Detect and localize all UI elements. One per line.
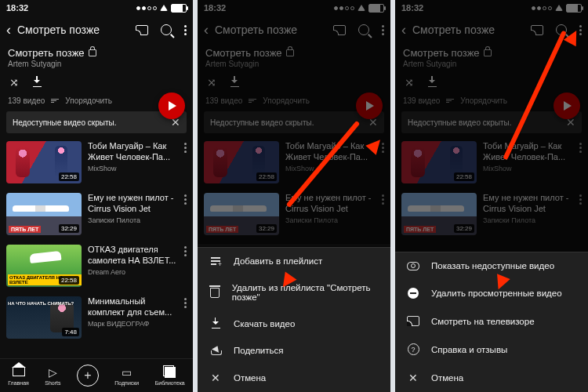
nav-home[interactable]: Главная [8,366,29,386]
sheet-add-to-playlist[interactable]: Добавить в плейлист [198,248,390,274]
screenshot-2: 18:32 ‹ Смотреть позже Смотреть позжеArt… [198,0,390,392]
thumbnail[interactable]: ОТКАЗ ДВИГАТЕЛЯ НА ВЗЛЕТЕ22:58 [6,245,82,287]
duration-badge: 32:29 [59,224,79,233]
sheet-remove-from-playlist[interactable]: Удалить из плейлиста "Смотреть позже" [198,274,390,310]
status-bar: 18:32 [0,0,193,16]
trash-icon [210,288,220,298]
nav-create[interactable]: + [77,365,99,387]
sheet-help-feedback[interactable]: ?Справка и отзывы [395,335,588,364]
bottom-nav: Главная ▷Shorts + ▭Подписки Библиотека [0,358,193,392]
screenshot-1: 18:32 ‹ Смотреть позже Смотреть позже Ar… [0,0,193,392]
sheet-delete-watched[interactable]: Удалить просмотренные видео [395,279,588,307]
lock-icon [89,49,96,56]
wifi-icon [160,5,168,11]
channel-name: Записки Пилота [88,216,178,224]
more-icon[interactable] [184,25,187,35]
shorts-icon: ▷ [49,366,57,379]
video-count: 139 видео [8,96,45,105]
channel-name: Dream Aero [88,268,178,276]
nav-subscriptions[interactable]: ▭Подписки [114,366,139,386]
nav-shorts[interactable]: ▷Shorts [45,366,60,386]
thumbnail[interactable]: 22:58 [6,141,82,183]
video-title: Тоби Магуайр – Как Живет Человек-Па... [88,141,178,163]
playlist-add-icon [211,256,220,266]
hidden-videos-banner: Недоступные видео скрыты. ✕ [6,111,187,133]
video-more-icon[interactable] [184,246,187,256]
thumbnail[interactable]: НА ЧТО НАЧАТЬ СНИМАТЬ?7:48 [6,296,82,339]
video-more-icon[interactable] [184,194,187,205]
shuffle-icon[interactable]: ⤨ [9,76,19,89]
duration-badge: 7:48 [62,328,79,336]
share-icon [211,346,220,355]
video-more-icon[interactable] [184,298,187,308]
nav-library[interactable]: Библиотека [155,366,185,386]
subscriptions-icon: ▭ [122,366,132,379]
sheet-watch-on-tv[interactable]: Смотреть на телевизоре [395,307,588,335]
banner-text: Недоступные видео скрыты. [13,118,116,127]
eye-icon [407,262,419,270]
sort-icon[interactable] [51,99,59,103]
playlist-author: Artem Sutyagin [8,60,185,68]
screenshot-3: 18:32 ‹ Смотреть позже Смотреть позжеArt… [395,0,588,392]
video-list: 22:58 Тоби Магуайр – Как Живет Человек-П… [0,136,193,343]
page-title: Смотреть позже [17,24,129,36]
play-all-button[interactable] [158,93,185,119]
sheet-cancel[interactable]: ✕Отмена [198,364,390,392]
download-icon [212,319,220,328]
status-time: 18:32 [6,3,28,13]
battery-icon [171,4,187,13]
sheet-show-unavailable[interactable]: Показать недоступные видео [395,252,588,279]
remove-icon [408,288,419,299]
thumbnail[interactable]: ПЯТЬ ЛЕТ32:29 [6,193,82,235]
sheet-share[interactable]: Поделиться [198,337,390,364]
playlist-header: Смотреть позже Artem Sutyagin [0,44,193,70]
video-title: Минимальный комплект для съем... [88,296,178,318]
playlist-name: Смотреть позже [8,47,85,59]
sheet-cancel[interactable]: ✕Отмена [395,364,588,392]
cellular-icon [136,6,157,10]
download-icon[interactable] [33,78,42,87]
video-title: Ему не нужен пилот - Cirrus Vision Jet [88,193,178,215]
video-row[interactable]: 22:58 Тоби Магуайр – Как Живет Человек-П… [0,136,193,188]
cast-icon[interactable] [136,25,148,35]
video-more-icon[interactable] [184,143,187,153]
video-title: ОТКАЗ двигателя самолета НА ВЗЛЕТ... [88,245,178,267]
back-icon[interactable]: ‹ [6,23,11,37]
close-icon: ✕ [406,372,420,383]
app-header: ‹ Смотреть позже [0,16,193,44]
channel-name: MixShow [88,165,178,172]
library-icon [165,367,176,378]
cast-icon [407,316,419,326]
duration-badge: 22:58 [59,172,79,181]
video-row[interactable]: ПЯТЬ ЛЕТ32:29 Ему не нужен пилот - Cirru… [0,188,193,240]
home-icon [13,368,25,376]
item-action-sheet: Добавить в плейлист Удалить из плейлиста… [198,247,390,392]
video-row[interactable]: ОТКАЗ ДВИГАТЕЛЯ НА ВЗЛЕТЕ22:58 ОТКАЗ дви… [0,240,193,292]
video-row[interactable]: НА ЧТО НАЧАТЬ СНИМАТЬ?7:48 Минимальный к… [0,292,193,343]
duration-badge: 22:58 [59,276,79,285]
close-icon: ✕ [209,372,223,383]
sort-label[interactable]: Упорядочить [65,96,112,105]
help-icon: ? [408,343,419,355]
page-action-sheet: Показать недоступные видео Удалить просм… [395,252,588,392]
sheet-download[interactable]: Скачать видео [198,310,390,337]
channel-name: Марк ВИДЕОГРАФ [88,320,178,328]
plus-icon: + [77,365,99,387]
search-icon[interactable] [161,24,172,35]
